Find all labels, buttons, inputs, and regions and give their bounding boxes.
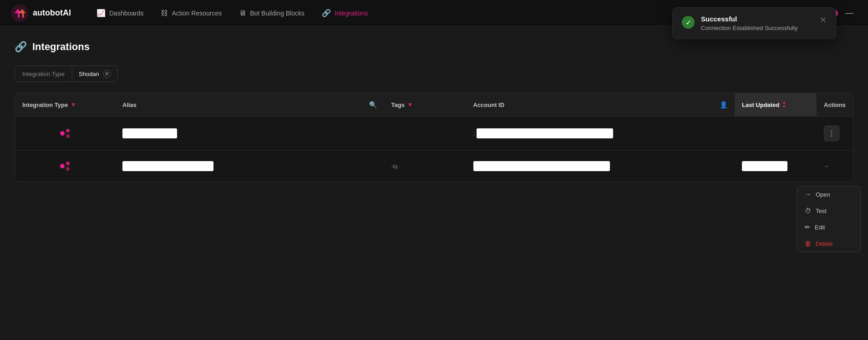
td-integration-icon-2 (15, 151, 115, 182)
td-alias-1 (115, 119, 384, 147)
integrations-table: Integration Type ▼ Alias 🔍 Tags ▼ Accoun… (15, 93, 853, 182)
test-icon: ⏱ (805, 207, 811, 214)
table-header: Integration Type ▼ Alias 🔍 Tags ▼ Accoun… (15, 93, 853, 117)
dashboards-icon: 📈 (96, 9, 106, 17)
td-actions-2: ← (817, 153, 853, 179)
toast-content: Successful Connection Established Succes… (701, 15, 813, 31)
toast-success-icon: ✓ (682, 16, 695, 29)
nav-dashboards[interactable]: 📈 Dashboards (89, 5, 151, 21)
svg-point-1 (60, 131, 65, 136)
svg-point-2 (66, 129, 70, 132)
minimize-button[interactable]: — (842, 6, 857, 20)
th-actions: Actions (817, 93, 853, 116)
alias-search-icon[interactable]: 🔍 (369, 101, 377, 108)
nav-integrations[interactable]: 🔗 Integrations (315, 5, 375, 21)
bot-building-blocks-icon: 🖥 (239, 9, 246, 17)
toast-close-button[interactable]: ✕ (820, 15, 827, 25)
delete-icon: 🗑 (805, 240, 811, 247)
toast-title: Successful (701, 15, 813, 23)
account-id-redacted-1 (477, 128, 613, 138)
dropdown-delete[interactable]: 🗑 Delete (797, 235, 860, 252)
account-id-user-icon: 👤 (720, 101, 727, 108)
page-header: 🔗 Integrations (15, 41, 853, 53)
main-content: 🔗 Integrations Integration Type Shodan ✕… (0, 26, 868, 182)
logo[interactable]: autobotAI (11, 5, 71, 22)
td-alias-2 (115, 152, 384, 180)
integration-type-filter-icon[interactable]: ▼ (71, 101, 76, 108)
filter-value: Shodan ✕ (72, 66, 117, 81)
actions-dropdown: → Open ⏱ Test ✏ Edit 🗑 Delete (797, 186, 861, 252)
edit-icon: ✏ (805, 223, 810, 231)
filter-label: Integration Type (15, 67, 72, 81)
integrations-nav-icon: 🔗 (322, 9, 331, 17)
alias-redacted-1 (122, 128, 177, 138)
page-title: Integrations (32, 41, 90, 53)
action-resources-icon: ⛓ (161, 9, 168, 17)
th-alias: Alias 🔍 (115, 93, 384, 116)
th-account-id: Account ID 👤 (466, 93, 735, 116)
th-integration-type: Integration Type ▼ (15, 93, 115, 116)
toast-message: Connection Established Successfully (701, 25, 813, 31)
tags-filter-icon[interactable]: ▼ (407, 101, 413, 108)
th-last-updated-label: Last Updated (742, 101, 779, 108)
table-row: : ⋮ (15, 117, 853, 151)
nav-bot-building-blocks[interactable]: 🖥 Bot Building Blocks (232, 5, 312, 21)
th-tags: Tags ▼ (384, 93, 466, 116)
success-toast: ✓ Successful Connection Established Succ… (672, 7, 836, 39)
svg-point-3 (66, 134, 70, 138)
td-integration-icon-1 (15, 118, 115, 149)
td-tags-1 (384, 124, 466, 142)
td-actions-1: ⋮ (817, 117, 853, 150)
svg-point-4 (60, 164, 65, 168)
td-last-updated-1 (735, 124, 817, 142)
td-account-id-2 (466, 152, 735, 180)
td-last-updated-2 (735, 152, 817, 180)
th-integration-type-label: Integration Type (22, 101, 68, 108)
filter-bar: Integration Type Shodan ✕ (15, 66, 118, 82)
last-updated-redacted-2 (742, 161, 787, 171)
td-account-id-1: : (466, 119, 735, 147)
last-updated-sort-icon[interactable]: ▲ ▼ (782, 101, 786, 109)
svg-point-6 (66, 167, 70, 171)
th-tags-label: Tags (391, 101, 405, 108)
logo-text: autobotAI (33, 8, 71, 18)
th-alias-label: Alias (122, 101, 137, 108)
page-title-icon: 🔗 (15, 41, 27, 53)
th-last-updated: Last Updated ▲ ▼ (735, 93, 817, 116)
filter-value-text: Shodan (79, 71, 99, 77)
actions-menu-button-1[interactable]: ⋮ (824, 126, 839, 141)
alias-redacted-2 (122, 161, 213, 171)
account-id-redacted-2 (473, 161, 610, 171)
back-arrow-icon: ← (824, 162, 830, 170)
table-row: -tg- ← (15, 151, 853, 182)
td-tags-2: -tg- (384, 154, 466, 178)
dropdown-edit[interactable]: ✏ Edit (797, 219, 860, 235)
th-actions-label: Actions (824, 101, 846, 108)
dropdown-test[interactable]: ⏱ Test (797, 203, 860, 219)
dropdown-open[interactable]: → Open (797, 186, 860, 203)
svg-point-5 (66, 162, 70, 165)
nav-action-resources[interactable]: ⛓ Action Resources (153, 5, 229, 21)
th-account-id-label: Account ID (473, 101, 505, 108)
filter-close-button[interactable]: ✕ (103, 70, 111, 78)
open-icon: → (805, 191, 811, 198)
tag-label-2: -tg- (391, 163, 399, 169)
